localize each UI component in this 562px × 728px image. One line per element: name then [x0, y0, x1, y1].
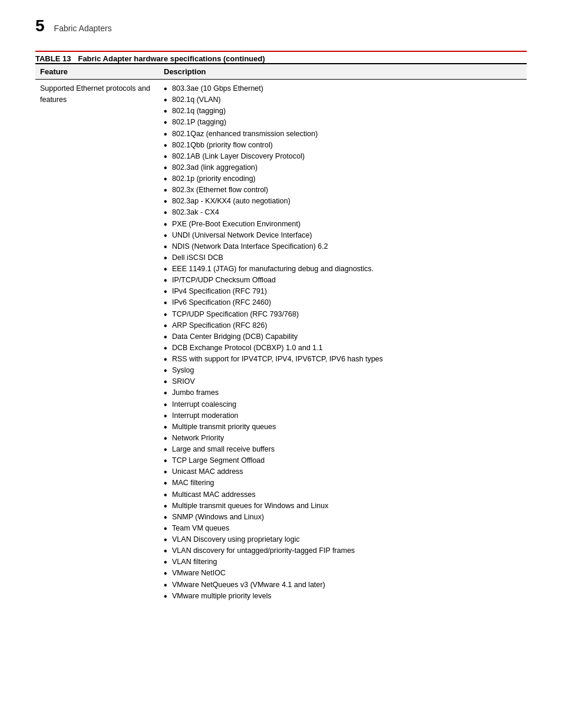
list-item: •803.3ae (10 Gbps Ethernet): [164, 83, 522, 94]
bullet-text: IPv4 Specification (RFC 791): [172, 286, 522, 297]
bullet-text: VLAN discovery for untagged/priority-tag…: [172, 545, 522, 556]
bullet-dot-icon: •: [164, 163, 172, 173]
bullet-dot-icon: •: [164, 456, 172, 466]
list-item: •VMware NetIOC: [164, 568, 522, 578]
bullet-text: SRIOV: [172, 376, 522, 387]
col-description: Description: [159, 64, 527, 80]
bullet-text: 802.3ak - CX4: [172, 207, 522, 218]
list-item: •RSS with support for IPV4TCP, IPV4, IPV…: [164, 354, 522, 364]
bullet-text: Dell iSCSI DCB: [172, 252, 522, 263]
page-header: 5 Fabric Adapters: [35, 18, 527, 34]
bullet-text: Interrupt moderation: [172, 410, 522, 421]
bullet-dot-icon: •: [164, 445, 172, 454]
list-item: •Network Priority: [164, 433, 522, 443]
bullet-dot-icon: •: [164, 208, 172, 218]
list-item: •VLAN discovery for untagged/priority-ta…: [164, 545, 522, 556]
bullet-text: 802.1P (tagging): [172, 117, 522, 127]
bullet-dot-icon: •: [164, 502, 172, 511]
bullet-dot-icon: •: [164, 231, 172, 241]
bullet-dot-icon: •: [164, 423, 172, 432]
main-table: Feature Description Supported Ethernet p…: [35, 63, 527, 605]
bullet-dot-icon: •: [164, 388, 172, 398]
bullet-text: NDIS (Network Data Interface Specificati…: [172, 241, 522, 252]
list-item: •802.1AB (Link Layer Discovery Protocol): [164, 151, 522, 162]
list-item: •802.1p (priority encoding): [164, 173, 522, 184]
list-item: •Interrupt coalescing: [164, 399, 522, 410]
bullet-dot-icon: •: [164, 220, 172, 229]
list-item: •Dell iSCSI DCB: [164, 252, 522, 263]
list-item: •Interrupt moderation: [164, 410, 522, 421]
bullet-text: 802.1Qbb (priority flow control): [172, 140, 522, 150]
list-item: •802.3ad (link aggregation): [164, 162, 522, 173]
bullet-dot-icon: •: [164, 242, 172, 252]
table-label-row: TABLE 13 Fabric Adapter hardware specifi…: [35, 51, 527, 63]
list-item: •Multicast MAC addresses: [164, 489, 522, 500]
bullet-dot-icon: •: [164, 186, 172, 195]
list-item: •Multiple transmit queues for Windows an…: [164, 500, 522, 511]
description-cell: •803.3ae (10 Gbps Ethernet)•802.1q (VLAN…: [159, 80, 527, 605]
list-item: •802.1P (tagging): [164, 117, 522, 127]
list-item: •IPv4 Specification (RFC 791): [164, 286, 522, 297]
list-item: •802.1q (VLAN): [164, 94, 522, 105]
bullet-text: SNMP (Windows and Linux): [172, 512, 522, 522]
bullet-text: 802.3x (Ethernet flow control): [172, 185, 522, 195]
bullet-dot-icon: •: [164, 265, 172, 274]
list-item: •IP/TCP/UDP Checksum Offload: [164, 275, 522, 285]
bullet-dot-icon: •: [164, 524, 172, 533]
feature-cell: Supported Ethernet protocols and feature…: [35, 80, 159, 605]
list-item: •NDIS (Network Data Interface Specificat…: [164, 241, 522, 252]
bullet-dot-icon: •: [164, 400, 172, 410]
list-item: •802.3ap - KX/KX4 (auto negotiation): [164, 196, 522, 206]
bullet-text: 802.1q (tagging): [172, 106, 522, 116]
bullet-text: DCB Exchange Protocol (DCBXP) 1.0 and 1.…: [172, 342, 522, 353]
list-item: •Data Center Bridging (DCB) Capability: [164, 331, 522, 342]
bullet-text: 802.1p (priority encoding): [172, 173, 522, 184]
bullet-dot-icon: •: [164, 276, 172, 285]
bullet-text: VMware NetQueues v3 (VMware 4.1 and late…: [172, 579, 522, 590]
list-item: •UNDI (Universal Network Device Interfac…: [164, 230, 522, 241]
bullet-text: TCP Large Segment Offload: [172, 455, 522, 466]
bullet-text: VMware NetIOC: [172, 568, 522, 578]
list-item: •VMware multiple priority levels: [164, 591, 522, 601]
bullet-text: PXE (Pre-Boot Execution Environment): [172, 219, 522, 229]
list-item: •802.3x (Ethernet flow control): [164, 185, 522, 195]
bullet-text: ARP Specification (RFC 826): [172, 320, 522, 331]
bullet-dot-icon: •: [164, 569, 172, 578]
bullet-dot-icon: •: [164, 467, 172, 477]
bullet-dot-icon: •: [164, 197, 172, 206]
list-item: •IPv6 Specification (RFC 2460): [164, 297, 522, 308]
bullet-text: Jumbo frames: [172, 387, 522, 398]
bullet-dot-icon: •: [164, 253, 172, 263]
bullet-text: Multiple transmit priority queues: [172, 421, 522, 432]
bullet-dot-icon: •: [164, 592, 172, 601]
bullet-text: Multicast MAC addresses: [172, 489, 522, 500]
bullet-dot-icon: •: [164, 490, 172, 500]
list-item: •802.1Qaz (enhanced transmission selecti…: [164, 129, 522, 139]
bullet-dot-icon: •: [164, 141, 172, 150]
list-item: •Unicast MAC address: [164, 466, 522, 477]
bullet-dot-icon: •: [164, 287, 172, 297]
list-item: •VLAN filtering: [164, 556, 522, 567]
bullet-dot-icon: •: [164, 332, 172, 342]
bullet-text: 803.3ae (10 Gbps Ethernet): [172, 83, 522, 94]
bullet-dot-icon: •: [164, 581, 172, 590]
table-container: TABLE 13 Fabric Adapter hardware specifi…: [35, 51, 527, 605]
table-title: Fabric Adapter hardware specifications (…: [78, 54, 265, 63]
bullet-text: TCP/UDP Specification (RFC 793/768): [172, 309, 522, 319]
bullet-dot-icon: •: [164, 84, 172, 94]
bullet-text: VLAN filtering: [172, 556, 522, 567]
list-item: •EEE 1149.1 (JTAG) for manufacturing deb…: [164, 263, 522, 274]
bullet-text: IPv6 Specification (RFC 2460): [172, 297, 522, 308]
bullet-text: IP/TCP/UDP Checksum Offload: [172, 275, 522, 285]
col-feature: Feature: [35, 64, 159, 80]
bullet-text: 802.1AB (Link Layer Discovery Protocol): [172, 151, 522, 162]
list-item: •Large and small receive buffers: [164, 444, 522, 454]
list-item: •802.1Qbb (priority flow control): [164, 140, 522, 150]
bullet-dot-icon: •: [164, 152, 172, 162]
list-item: •VMware NetQueues v3 (VMware 4.1 and lat…: [164, 579, 522, 590]
list-item: •TCP Large Segment Offload: [164, 455, 522, 466]
bullet-dot-icon: •: [164, 434, 172, 443]
table-row: Supported Ethernet protocols and feature…: [35, 80, 527, 605]
list-item: •PXE (Pre-Boot Execution Environment): [164, 219, 522, 229]
bullet-text: VMware multiple priority levels: [172, 591, 522, 601]
